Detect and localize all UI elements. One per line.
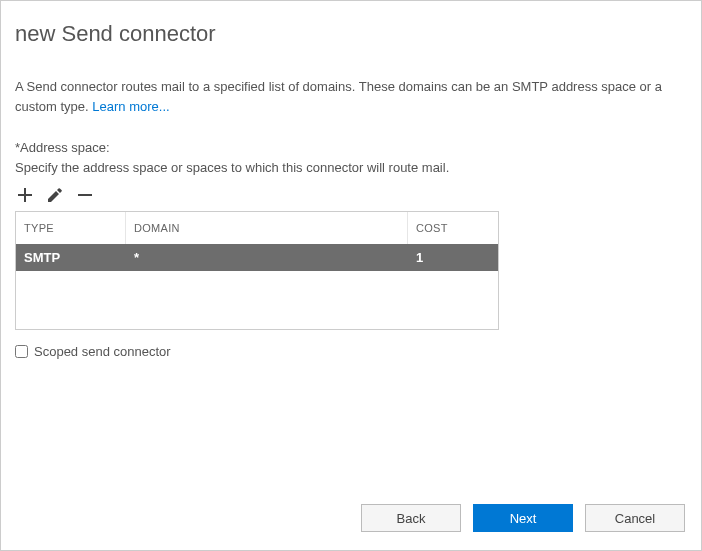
footer-buttons: Back Next Cancel xyxy=(361,504,685,532)
scoped-checkbox-row[interactable]: Scoped send connector xyxy=(15,344,687,359)
page-title: new Send connector xyxy=(15,21,687,47)
address-space-table: TYPE DOMAIN COST SMTP * 1 xyxy=(15,211,499,330)
plus-icon xyxy=(18,188,32,202)
address-space-label: *Address space: xyxy=(15,138,687,158)
table-body: SMTP * 1 xyxy=(16,244,498,329)
cell-domain: * xyxy=(126,244,408,271)
learn-more-link[interactable]: Learn more... xyxy=(92,99,169,114)
address-space-hint: Specify the address space or spaces to w… xyxy=(15,158,687,178)
next-button[interactable]: Next xyxy=(473,504,573,532)
col-header-type[interactable]: TYPE xyxy=(16,212,126,244)
scoped-label: Scoped send connector xyxy=(34,344,171,359)
cell-cost: 1 xyxy=(408,244,498,271)
scoped-checkbox[interactable] xyxy=(15,345,28,358)
remove-button[interactable] xyxy=(77,187,93,203)
col-header-cost[interactable]: COST xyxy=(408,212,498,244)
table-row[interactable]: SMTP * 1 xyxy=(16,244,498,271)
cancel-button[interactable]: Cancel xyxy=(585,504,685,532)
address-space-toolbar xyxy=(17,187,687,203)
edit-button[interactable] xyxy=(47,187,63,203)
col-header-domain[interactable]: DOMAIN xyxy=(126,212,408,244)
pencil-icon xyxy=(48,188,62,202)
table-header: TYPE DOMAIN COST xyxy=(16,212,498,244)
svg-rect-0 xyxy=(78,194,92,196)
cell-type: SMTP xyxy=(16,244,126,271)
add-button[interactable] xyxy=(17,187,33,203)
back-button[interactable]: Back xyxy=(361,504,461,532)
description-text: A Send connector routes mail to a specif… xyxy=(15,77,687,116)
minus-icon xyxy=(78,188,92,202)
